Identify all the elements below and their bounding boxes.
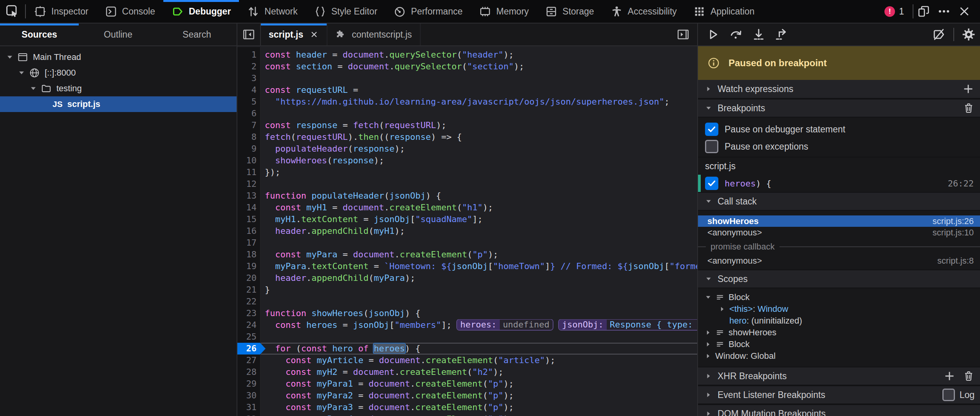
line-number[interactable]: 22 xyxy=(237,296,261,307)
debugger-settings-button[interactable] xyxy=(957,23,980,46)
toolbox-tab-storage[interactable]: Storage xyxy=(537,0,602,23)
code-line-8[interactable]: 8fetch(requestURL).then((response) => { xyxy=(237,131,697,143)
panel-tab-outline[interactable]: Outline xyxy=(79,24,157,45)
code-line-15[interactable]: 15 myH1.textContent = jsonObj["squadName… xyxy=(237,213,697,225)
toolbox-tab-network[interactable]: Network xyxy=(239,0,306,23)
panel-tab-search[interactable]: Search xyxy=(157,24,236,45)
tree-item-script-js[interactable]: JSscript.js xyxy=(0,96,237,112)
line-number[interactable]: 23 xyxy=(237,307,261,319)
call-stack-frame[interactable]: <anonymous>script.js:8 xyxy=(698,255,980,266)
code-line-18[interactable]: 18 const myPara = document.createElement… xyxy=(237,249,697,260)
code-line-30[interactable]: 30 const myPara2 = document.createElemen… xyxy=(237,390,697,402)
code-line-22[interactable]: 22 xyxy=(237,296,697,307)
remove-all-breakpoints-button[interactable] xyxy=(963,102,975,114)
code-line-12[interactable]: 12 xyxy=(237,178,697,190)
breakpoint-item[interactable]: heroes) {26:22 xyxy=(698,175,980,192)
toolbox-tab-debugger[interactable]: Debugger xyxy=(163,0,239,23)
line-number[interactable]: 24 xyxy=(237,319,261,331)
tree-item-testing[interactable]: testing xyxy=(0,81,237,96)
line-number[interactable]: 10 xyxy=(237,155,261,166)
error-count-badge[interactable]: ! 1 xyxy=(884,6,904,17)
code-line-7[interactable]: 7const response = fetch(requestURL); xyxy=(237,119,697,131)
line-number[interactable]: 2 xyxy=(237,61,261,72)
code-line-24[interactable]: 24 const heroes = jsonObj["members"];her… xyxy=(237,319,697,331)
line-number[interactable]: 26 xyxy=(237,343,261,355)
event-listener-breakpoints-header[interactable]: Event Listener Breakpoints Log xyxy=(698,385,980,404)
line-number[interactable]: 1 xyxy=(237,49,261,61)
line-number[interactable]: 21 xyxy=(237,284,261,296)
meatball-menu-button[interactable] xyxy=(934,0,954,23)
twisty-right-icon[interactable] xyxy=(718,306,727,313)
code-line-19[interactable]: 19 myPara.textContent = `Hometown: ${jso… xyxy=(237,260,697,272)
toolbox-tab-application[interactable]: Application xyxy=(685,0,763,23)
twisty-right-icon[interactable] xyxy=(703,341,713,348)
checkbox-unchecked[interactable] xyxy=(705,140,718,153)
call-stack-frame[interactable]: showHeroesscript.js:26 xyxy=(698,215,980,227)
line-number[interactable]: 9 xyxy=(237,143,261,155)
line-number[interactable]: 30 xyxy=(237,390,261,402)
panel-tab-sources[interactable]: Sources xyxy=(0,24,79,45)
line-number[interactable]: 15 xyxy=(237,213,261,225)
line-number[interactable]: 5 xyxy=(237,96,261,108)
twisty-right-icon[interactable] xyxy=(703,329,713,336)
breakpoint-option[interactable]: Pause on debugger statement xyxy=(698,121,980,138)
inline-preview[interactable]: heroes:undefined xyxy=(456,319,553,331)
checkbox-checked[interactable] xyxy=(705,123,718,136)
toolbox-tab-memory[interactable]: Memory xyxy=(471,0,537,23)
scope-row[interactable]: hero: (uninitialized) xyxy=(698,315,980,327)
scope-row[interactable]: showHeroes xyxy=(698,327,980,338)
log-checkbox[interactable] xyxy=(942,389,955,401)
twisty-down-icon[interactable] xyxy=(703,294,713,301)
code-line-9[interactable]: 9 populateHeader(response); xyxy=(237,143,697,155)
call-stack-group[interactable]: promise callback xyxy=(698,238,980,255)
watch-expressions-header[interactable]: Watch expressions xyxy=(698,80,980,99)
line-number[interactable]: 20 xyxy=(237,272,261,284)
debug-expression-token[interactable]: heroes xyxy=(374,344,405,353)
breakpoints-header[interactable]: Breakpoints xyxy=(698,99,980,118)
editor-tab-contentscript-js[interactable]: contentscript.js xyxy=(327,24,420,45)
line-number[interactable]: 3 xyxy=(237,72,261,84)
inline-preview[interactable]: jsonObj:Response { type: "co xyxy=(558,319,697,331)
code-line-26[interactable]: 26 for (const hero of heroes) { xyxy=(237,343,697,355)
line-number[interactable]: 25 xyxy=(237,331,261,343)
toolbox-tab-accessibility[interactable]: Accessibility xyxy=(602,0,685,23)
line-number[interactable]: 28 xyxy=(237,366,261,378)
line-number[interactable]: 16 xyxy=(237,225,261,237)
code-line-29[interactable]: 29 const myPara1 = document.createElemen… xyxy=(237,378,697,390)
line-number[interactable]: 19 xyxy=(237,260,261,272)
code-line-20[interactable]: 20 header.appendChild(myPara); xyxy=(237,272,697,284)
code-line-5[interactable]: 5 "https://mdn.github.io/learning-area/j… xyxy=(237,96,697,108)
step-in-button[interactable] xyxy=(747,23,770,46)
line-number[interactable]: 32 xyxy=(237,413,261,416)
scope-row[interactable]: Block xyxy=(698,291,980,303)
code-line-4[interactable]: 4const requestURL = xyxy=(237,84,697,96)
line-number[interactable]: 17 xyxy=(237,237,261,249)
scopes-header[interactable]: Scopes xyxy=(698,269,980,288)
code-line-16[interactable]: 16 header.appendChild(myH1); xyxy=(237,225,697,237)
line-number[interactable]: 31 xyxy=(237,402,261,413)
code-line-2[interactable]: 2const section = document.querySelector(… xyxy=(237,61,697,72)
code-line-31[interactable]: 31 const myPara3 = document.createElemen… xyxy=(237,402,697,413)
responsive-design-mode-button[interactable] xyxy=(913,0,934,23)
twisty-down-icon[interactable] xyxy=(5,53,14,61)
step-over-button[interactable] xyxy=(725,23,747,46)
code-line-10[interactable]: 10 showHeroes(response); xyxy=(237,155,697,166)
code-line-1[interactable]: 1const header = document.querySelector("… xyxy=(237,49,697,61)
code-line-3[interactable]: 3 xyxy=(237,72,697,84)
expand-debugger-pane-button[interactable] xyxy=(671,28,695,41)
tree-item-main-thread[interactable]: Main Thread xyxy=(0,49,237,65)
code-line-13[interactable]: 13function populateHeader(jsonObj) { xyxy=(237,190,697,202)
code-line-27[interactable]: 27 const myArticle = document.createElem… xyxy=(237,355,697,366)
close-devtools-button[interactable] xyxy=(954,0,975,23)
line-number[interactable]: 27 xyxy=(237,355,261,366)
tree-item--8000[interactable]: [::]:8000 xyxy=(0,65,237,81)
call-stack-header[interactable]: Call stack xyxy=(698,192,980,211)
close-tab-icon[interactable] xyxy=(309,30,319,39)
twisty-right-icon[interactable] xyxy=(703,353,713,360)
code-line-6[interactable]: 6 xyxy=(237,108,697,119)
line-number[interactable]: 11 xyxy=(237,166,261,178)
code-line-14[interactable]: 14 const myH1 = document.createElement("… xyxy=(237,202,697,213)
scope-row[interactable]: Window: Global xyxy=(698,350,980,362)
call-stack-frame[interactable]: <anonymous>script.js:10 xyxy=(698,227,980,238)
line-number[interactable]: 29 xyxy=(237,378,261,390)
